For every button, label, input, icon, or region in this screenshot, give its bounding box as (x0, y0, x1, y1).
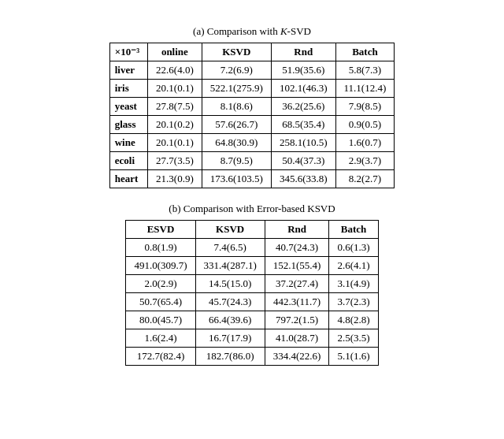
cell-value: 3.1(4.9) (329, 275, 378, 293)
cell-value: 5.8(7.3) (335, 61, 395, 80)
cell-value: 1.6(0.7) (335, 134, 395, 152)
col-ksvd-a: KSVD (202, 43, 271, 61)
cell-value: 21.3(0.9) (148, 170, 202, 188)
cell-value: 1.6(2.4) (126, 329, 195, 348)
cell-value: 64.8(30.9) (202, 134, 271, 152)
cell-value: 27.7(3.5) (148, 152, 202, 170)
cell-value: 102.1(46.3) (271, 80, 335, 98)
cell-value: 345.6(33.8) (271, 170, 335, 188)
cell-value: 797.2(1.5) (265, 311, 329, 329)
cell-value: 491.0(309.7) (126, 257, 195, 275)
table-b: ESVD KSVD Rnd Batch 0.8(1.9)7.4(6.5)40.7… (125, 220, 378, 366)
cell-value: 16.7(17.9) (195, 329, 265, 348)
cell-value: 173.6(103.5) (202, 170, 271, 188)
table-row: ecoli27.7(3.5)8.7(9.5)50.4(37.3)2.9(3.7) (109, 152, 395, 170)
cell-value: 57.6(26.7) (202, 116, 271, 134)
cell-value: 2.0(2.9) (126, 275, 195, 293)
cell-value: 8.7(9.5) (202, 152, 271, 170)
row-label: iris (109, 80, 147, 98)
table-row: 80.0(45.7)66.4(39.6)797.2(1.5)4.8(2.8) (126, 311, 378, 329)
cell-value: 40.7(24.3) (265, 239, 329, 257)
cell-value: 258.1(10.5) (271, 134, 335, 152)
table-row: iris20.1(0.1)522.1(275.9)102.1(46.3)11.1… (109, 80, 395, 98)
table-row: wine20.1(0.1)64.8(30.9)258.1(10.5)1.6(0.… (109, 134, 395, 152)
unit-cell: ×10⁻³ (109, 43, 147, 61)
cell-value: 7.9(8.5) (335, 98, 395, 116)
cell-value: 152.1(55.4) (265, 257, 329, 275)
col-batch-a: Batch (335, 43, 395, 61)
cell-value: 7.2(6.9) (202, 61, 271, 80)
col-esvd: ESVD (126, 221, 195, 239)
table-b-caption: (b) Comparison with Error-based KSVD (24, 203, 480, 215)
cell-value: 0.6(1.3) (329, 239, 378, 257)
col-rnd-a: Rnd (271, 43, 335, 61)
cell-value: 45.7(24.3) (195, 293, 265, 311)
cell-value: 172.7(82.4) (126, 348, 195, 366)
table-row: 0.8(1.9)7.4(6.5)40.7(24.3)0.6(1.3) (126, 239, 378, 257)
col-ksvd-b: KSVD (195, 221, 265, 239)
cell-value: 2.5(3.5) (329, 329, 378, 348)
cell-value: 66.4(39.6) (195, 311, 265, 329)
cell-value: 8.1(8.6) (202, 98, 271, 116)
table-a: ×10⁻³ online KSVD Rnd Batch liver22.6(4.… (109, 43, 395, 188)
cell-value: 334.4(22.6) (265, 348, 329, 366)
cell-value: 50.7(65.4) (126, 293, 195, 311)
col-rnd-b: Rnd (265, 221, 329, 239)
cell-value: 4.8(2.8) (329, 311, 378, 329)
row-label: liver (109, 61, 147, 80)
table-row: yeast27.8(7.5)8.1(8.6)36.2(25.6)7.9(8.5) (109, 98, 395, 116)
cell-value: 37.2(27.4) (265, 275, 329, 293)
cell-value: 331.4(287.1) (195, 257, 265, 275)
table-row: 172.7(82.4)182.7(86.0)334.4(22.6)5.1(1.6… (126, 348, 378, 366)
cell-value: 2.9(3.7) (335, 152, 395, 170)
cell-value: 36.2(25.6) (271, 98, 335, 116)
cell-value: 20.1(0.1) (148, 134, 202, 152)
cell-value: 182.7(86.0) (195, 348, 265, 366)
table-a-caption: (a) Comparison with K-SVD (24, 25, 480, 38)
cell-value: 20.1(0.2) (148, 116, 202, 134)
cell-value: 0.9(0.5) (335, 116, 395, 134)
table-row: 2.0(2.9)14.5(15.0)37.2(27.4)3.1(4.9) (126, 275, 378, 293)
cell-value: 22.6(4.0) (148, 61, 202, 80)
cell-value: 442.3(11.7) (265, 293, 329, 311)
cell-value: 522.1(275.9) (202, 80, 271, 98)
cell-value: 14.5(15.0) (195, 275, 265, 293)
cell-value: 8.2(2.7) (335, 170, 395, 188)
row-label: heart (109, 170, 147, 188)
table-row: 50.7(65.4)45.7(24.3)442.3(11.7)3.7(2.3) (126, 293, 378, 311)
cell-value: 7.4(6.5) (195, 239, 265, 257)
col-online: online (148, 43, 202, 61)
cell-value: 68.5(35.4) (271, 116, 335, 134)
table-row: 1.6(2.4)16.7(17.9)41.0(28.7)2.5(3.5) (126, 329, 378, 348)
row-label: ecoli (109, 152, 147, 170)
cell-value: 80.0(45.7) (126, 311, 195, 329)
cell-value: 41.0(28.7) (265, 329, 329, 348)
cell-value: 11.1(12.4) (335, 80, 395, 98)
table-row: glass20.1(0.2)57.6(26.7)68.5(35.4)0.9(0.… (109, 116, 395, 134)
cell-value: 51.9(35.6) (271, 61, 335, 80)
cell-value: 20.1(0.1) (148, 80, 202, 98)
row-label: glass (109, 116, 147, 134)
cell-value: 0.8(1.9) (126, 239, 195, 257)
cell-value: 27.8(7.5) (148, 98, 202, 116)
table-row: heart21.3(0.9)173.6(103.5)345.6(33.8)8.2… (109, 170, 395, 188)
row-label: wine (109, 134, 147, 152)
cell-value: 2.6(4.1) (329, 257, 378, 275)
cell-value: 5.1(1.6) (329, 348, 378, 366)
table-row: liver22.6(4.0)7.2(6.9)51.9(35.6)5.8(7.3) (109, 61, 395, 80)
col-batch-b: Batch (329, 221, 378, 239)
row-label: yeast (109, 98, 147, 116)
cell-value: 3.7(2.3) (329, 293, 378, 311)
table-row: 491.0(309.7)331.4(287.1)152.1(55.4)2.6(4… (126, 257, 378, 275)
cell-value: 50.4(37.3) (271, 152, 335, 170)
